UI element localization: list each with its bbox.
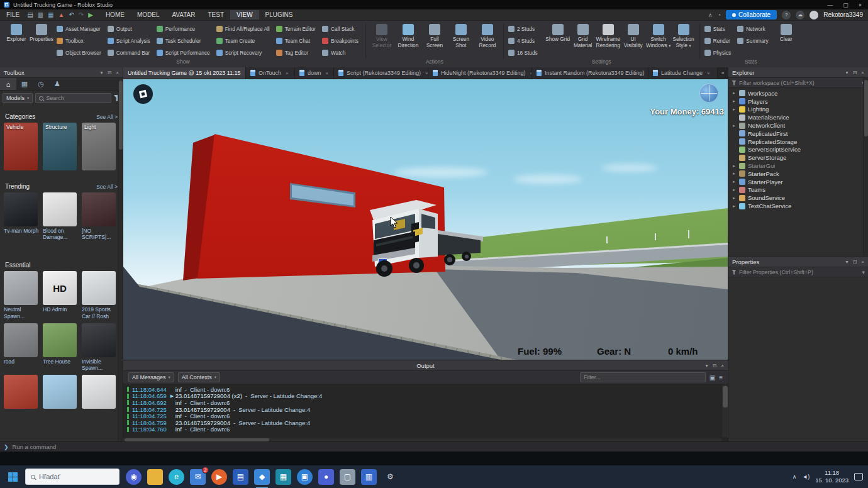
explorer-item[interactable]: ▸ StarterGui (728, 162, 868, 170)
chevron-down-icon[interactable]: ▾ (846, 70, 849, 75)
toolbox-asset-card[interactable]: Neutral Spawn... (4, 271, 39, 319)
properties-filter[interactable]: Filter Properties (Ctrl+Shift+P) ▾ (728, 267, 868, 277)
float-panel-icon[interactable]: ⊡ (713, 363, 717, 369)
word-wrap-icon[interactable]: ▣ (709, 374, 715, 381)
stats-button[interactable]: Network (736, 26, 772, 32)
explorer-item[interactable]: ReplicatedStorage (728, 138, 868, 146)
menu-icon[interactable]: ≡ (719, 374, 723, 381)
chevron-down-icon[interactable]: ▾ (862, 269, 865, 275)
float-panel-icon[interactable]: ⊡ (853, 70, 857, 75)
undo-icon[interactable]: ↶ (69, 12, 74, 18)
toolbox-search-input[interactable] (46, 95, 108, 101)
output-filter-input[interactable] (584, 374, 702, 380)
explorer-item[interactable]: ServerScriptService (728, 146, 868, 154)
ribbon-big-button[interactable]: Wind Direction (396, 23, 421, 50)
ribbon-button[interactable]: Watch (321, 50, 362, 56)
ribbon-button[interactable]: Tag Editor (275, 50, 320, 56)
explorer-item[interactable]: ServerStorage (728, 153, 868, 162)
stats-button[interactable]: Stats (703, 26, 735, 32)
save-icon[interactable]: ▦ (48, 12, 53, 18)
toolbox-asset-card[interactable] (43, 375, 78, 410)
expand-arrow-icon[interactable]: ▸ (732, 204, 737, 209)
toolbox-category-card[interactable]: Light (82, 123, 117, 170)
ribbon-tab[interactable]: TEST (201, 10, 230, 19)
ribbon-button[interactable]: Output (106, 26, 154, 32)
toolbox-asset-card[interactable]: Blood on Damage... (43, 192, 78, 240)
stud-size-button[interactable]: 16 Studs (507, 50, 542, 56)
toolbox-asset-card[interactable] (4, 375, 39, 410)
file-menu[interactable]: FILE (0, 11, 26, 18)
close-tab-icon[interactable]: × (707, 70, 710, 76)
tab-overflow-button[interactable]: » (718, 67, 728, 79)
toolbox-asset-card[interactable]: HD HD Admin (43, 271, 78, 319)
close-button[interactable]: × (859, 2, 862, 8)
document-tab[interactable]: down × (295, 67, 334, 79)
ribbon-button[interactable]: Script Recovery (215, 50, 274, 56)
float-panel-icon[interactable]: ⊡ (853, 259, 857, 265)
ribbon-big-button[interactable]: Switch Windows ▾ (646, 23, 671, 50)
taskbar-search-input[interactable] (39, 473, 114, 480)
ribbon-tab[interactable]: MODEL (131, 10, 166, 19)
explorer-item[interactable]: ▸ TextChatService (728, 202, 868, 210)
output-filter-box[interactable] (580, 372, 706, 382)
start-button[interactable] (0, 465, 25, 488)
explorer-item[interactable]: MaterialService (728, 113, 868, 121)
maximize-button[interactable]: ▢ (843, 2, 849, 8)
close-panel-icon[interactable]: × (861, 259, 864, 265)
log-expand-icon[interactable]: ▶ (170, 394, 175, 399)
paste-icon[interactable]: ▤ (27, 12, 33, 18)
scrollbar-thumb[interactable] (864, 80, 868, 136)
camera-icon[interactable]: ▢ (340, 469, 355, 485)
explorer-item[interactable]: ▸ NetworkClient (728, 121, 868, 130)
close-panel-icon[interactable]: × (116, 70, 119, 75)
toolbox-asset-card[interactable]: road (4, 323, 39, 371)
command-input[interactable] (13, 443, 864, 450)
chevron-down-icon[interactable]: ▾ (101, 70, 103, 75)
copilot-icon[interactable]: ◉ (126, 469, 142, 485)
ribbon-button[interactable]: Command Bar (106, 50, 154, 56)
ribbon-button[interactable]: Breakpoints (321, 38, 362, 44)
document-tab[interactable]: OnTouch × (246, 67, 295, 79)
explorer-item[interactable]: ▸ Teams (728, 186, 868, 194)
ribbon-big-button[interactable]: Wireframe Rendering ▾ (596, 23, 621, 50)
ribbon-button[interactable]: Call Stack (321, 26, 362, 32)
toolbox-asset-card[interactable]: Invisible Spawn... (82, 323, 117, 371)
ribbon-tab[interactable]: VIEW (230, 10, 259, 19)
ribbon-button[interactable]: Toolbox (55, 38, 105, 44)
cloud-sync-icon[interactable]: ☁ (796, 11, 804, 19)
user-avatar[interactable] (810, 11, 818, 19)
explorer-item[interactable]: ▸ SoundService (728, 194, 868, 202)
ribbon-big-button[interactable]: Full Screen (422, 23, 447, 50)
ribbon-button[interactable]: Task Scheduler (155, 38, 214, 44)
document-tab[interactable]: Latitude Change × (648, 67, 718, 79)
see-all-link[interactable]: See All > (96, 114, 118, 120)
chevron-down-icon[interactable]: ▾ (846, 259, 849, 265)
expand-arrow-icon[interactable]: ▸ (732, 123, 737, 128)
explorer-item[interactable]: ReplicatedFirst (728, 130, 868, 138)
ribbon-big-button[interactable]: Grid Material ▾ (570, 23, 596, 50)
float-panel-icon[interactable]: ⊡ (108, 70, 112, 75)
close-panel-icon[interactable]: × (861, 70, 864, 75)
collapse-ribbon-icon[interactable]: ∧ (708, 12, 713, 18)
taskbar-clock[interactable]: 11:18 15. 10. 2023 (815, 469, 849, 484)
ribbon-button[interactable]: Team Create (215, 38, 274, 44)
toolbox-category-card[interactable]: Structure (43, 123, 78, 170)
stud-size-button[interactable]: 4 Studs (507, 38, 542, 44)
toolbox-asset-card[interactable]: [NO SCRIPTS]... (82, 192, 117, 240)
settings-gear-icon[interactable]: ⚙ (382, 469, 398, 485)
ribbon-big-button[interactable]: View Selector (369, 23, 394, 50)
tab-inventory[interactable]: ▦ (16, 78, 33, 90)
app-icon-blue[interactable]: ▥ (361, 469, 377, 485)
hidden-icons-chevron[interactable]: ∧ (793, 474, 797, 480)
help-icon[interactable]: ? (782, 11, 791, 19)
action-center-icon[interactable] (854, 473, 863, 480)
minimize-button[interactable]: — (827, 2, 833, 8)
contexts-filter-dropdown[interactable]: All Contexts▾ (178, 372, 220, 382)
ribbon-tab[interactable]: PLUGINS (259, 10, 299, 19)
stats-button[interactable]: Summary (736, 38, 772, 44)
roblox-studio-icon[interactable]: ◆ (254, 469, 270, 485)
ribbon-big-button[interactable]: Selection Style ▾ (671, 23, 696, 50)
vertical-scrollbar[interactable] (721, 385, 728, 437)
document-tab[interactable]: Script (Rekotora3349 Editing) × (334, 67, 428, 79)
scrollbar-thumb[interactable] (723, 386, 728, 408)
